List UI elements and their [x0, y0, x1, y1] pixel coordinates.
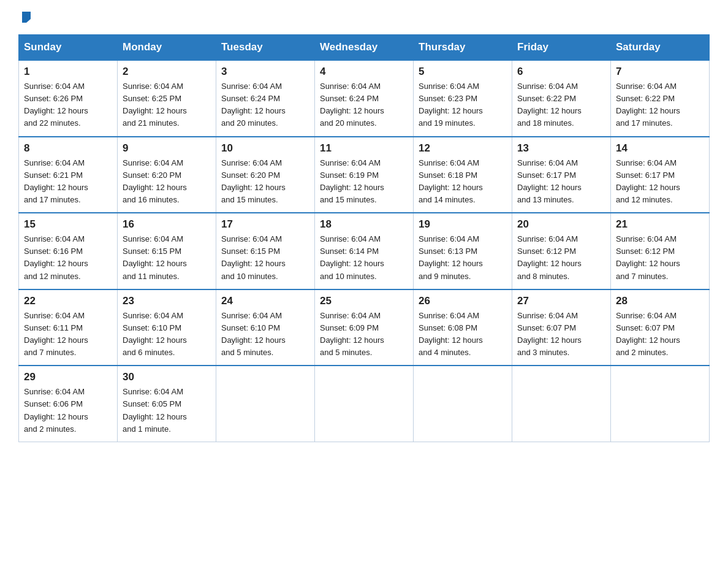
calendar-cell [315, 366, 414, 442]
day-number: 4 [320, 66, 408, 78]
day-number: 22 [24, 295, 112, 307]
day-number: 26 [419, 295, 507, 307]
calendar-cell: 23Sunrise: 6:04 AMSunset: 6:10 PMDayligh… [118, 289, 216, 366]
calendar-cell: 22Sunrise: 6:04 AMSunset: 6:11 PMDayligh… [19, 289, 118, 366]
calendar-cell: 19Sunrise: 6:04 AMSunset: 6:13 PMDayligh… [414, 213, 512, 289]
calendar-cell [216, 366, 315, 442]
calendar-cell: 5Sunrise: 6:04 AMSunset: 6:23 PMDaylight… [414, 60, 512, 137]
col-header-monday: Monday [118, 35, 216, 61]
calendar-cell: 11Sunrise: 6:04 AMSunset: 6:19 PMDayligh… [315, 137, 414, 213]
calendar-cell [611, 366, 710, 442]
logo [18, 12, 34, 23]
calendar-week-row: 1Sunrise: 6:04 AMSunset: 6:26 PMDaylight… [19, 60, 710, 137]
day-info: Sunrise: 6:04 AMSunset: 6:15 PMDaylight:… [123, 233, 211, 283]
calendar-cell: 18Sunrise: 6:04 AMSunset: 6:14 PMDayligh… [315, 213, 414, 289]
col-header-thursday: Thursday [414, 35, 512, 61]
day-number: 21 [616, 218, 704, 231]
day-info: Sunrise: 6:04 AMSunset: 6:26 PMDaylight:… [24, 80, 112, 130]
day-info: Sunrise: 6:04 AMSunset: 6:17 PMDaylight:… [517, 157, 605, 207]
day-info: Sunrise: 6:04 AMSunset: 6:13 PMDaylight:… [419, 233, 507, 283]
calendar-cell: 3Sunrise: 6:04 AMSunset: 6:24 PMDaylight… [216, 60, 315, 137]
day-number: 15 [24, 218, 112, 231]
day-info: Sunrise: 6:04 AMSunset: 6:22 PMDaylight:… [616, 80, 704, 130]
calendar-cell: 2Sunrise: 6:04 AMSunset: 6:25 PMDaylight… [118, 60, 216, 137]
col-header-tuesday: Tuesday [216, 35, 315, 61]
day-info: Sunrise: 6:04 AMSunset: 6:05 PMDaylight:… [123, 386, 211, 435]
calendar-cell: 29Sunrise: 6:04 AMSunset: 6:06 PMDayligh… [19, 366, 118, 442]
day-info: Sunrise: 6:04 AMSunset: 6:17 PMDaylight:… [616, 157, 704, 207]
day-info: Sunrise: 6:04 AMSunset: 6:09 PMDaylight:… [320, 310, 408, 359]
calendar-cell: 8Sunrise: 6:04 AMSunset: 6:21 PMDaylight… [19, 137, 118, 213]
day-info: Sunrise: 6:04 AMSunset: 6:19 PMDaylight:… [320, 157, 408, 207]
day-info: Sunrise: 6:04 AMSunset: 6:07 PMDaylight:… [616, 310, 704, 359]
day-number: 16 [123, 218, 211, 231]
col-header-friday: Friday [512, 35, 611, 61]
day-info: Sunrise: 6:04 AMSunset: 6:06 PMDaylight:… [24, 386, 112, 435]
day-number: 7 [616, 66, 704, 78]
day-number: 27 [517, 295, 605, 307]
day-info: Sunrise: 6:04 AMSunset: 6:08 PMDaylight:… [419, 310, 507, 359]
day-info: Sunrise: 6:04 AMSunset: 6:22 PMDaylight:… [517, 80, 605, 130]
calendar-cell: 15Sunrise: 6:04 AMSunset: 6:16 PMDayligh… [19, 213, 118, 289]
calendar-cell: 14Sunrise: 6:04 AMSunset: 6:17 PMDayligh… [611, 137, 710, 213]
calendar-cell: 25Sunrise: 6:04 AMSunset: 6:09 PMDayligh… [315, 289, 414, 366]
day-info: Sunrise: 6:04 AMSunset: 6:07 PMDaylight:… [517, 310, 605, 359]
day-number: 5 [419, 66, 507, 78]
calendar-cell: 13Sunrise: 6:04 AMSunset: 6:17 PMDayligh… [512, 137, 611, 213]
calendar-cell: 7Sunrise: 6:04 AMSunset: 6:22 PMDaylight… [611, 60, 710, 137]
day-info: Sunrise: 6:04 AMSunset: 6:16 PMDaylight:… [24, 233, 112, 283]
col-header-sunday: Sunday [19, 35, 118, 61]
calendar-cell: 27Sunrise: 6:04 AMSunset: 6:07 PMDayligh… [512, 289, 611, 366]
calendar-cell [414, 366, 512, 442]
day-number: 23 [123, 295, 211, 307]
day-number: 8 [24, 142, 112, 155]
day-number: 20 [517, 218, 605, 231]
day-info: Sunrise: 6:04 AMSunset: 6:12 PMDaylight:… [517, 233, 605, 283]
day-info: Sunrise: 6:04 AMSunset: 6:10 PMDaylight:… [123, 310, 211, 359]
day-number: 6 [517, 66, 605, 78]
day-number: 14 [616, 142, 704, 155]
day-number: 17 [221, 218, 309, 231]
day-number: 28 [616, 295, 704, 307]
svg-marker-0 [22, 12, 31, 23]
day-number: 2 [123, 66, 211, 78]
day-number: 10 [221, 142, 309, 155]
day-info: Sunrise: 6:04 AMSunset: 6:11 PMDaylight:… [24, 310, 112, 359]
day-number: 9 [123, 142, 211, 155]
day-number: 13 [517, 142, 605, 155]
calendar-cell: 1Sunrise: 6:04 AMSunset: 6:26 PMDaylight… [19, 60, 118, 137]
day-info: Sunrise: 6:04 AMSunset: 6:14 PMDaylight:… [320, 233, 408, 283]
calendar-cell: 26Sunrise: 6:04 AMSunset: 6:08 PMDayligh… [414, 289, 512, 366]
day-info: Sunrise: 6:04 AMSunset: 6:23 PMDaylight:… [419, 80, 507, 130]
day-info: Sunrise: 6:04 AMSunset: 6:25 PMDaylight:… [123, 80, 211, 130]
calendar-cell: 30Sunrise: 6:04 AMSunset: 6:05 PMDayligh… [118, 366, 216, 442]
day-number: 19 [419, 218, 507, 231]
calendar-cell: 21Sunrise: 6:04 AMSunset: 6:12 PMDayligh… [611, 213, 710, 289]
day-number: 1 [24, 66, 112, 78]
calendar-cell: 6Sunrise: 6:04 AMSunset: 6:22 PMDaylight… [512, 60, 611, 137]
logo-flag-icon [20, 10, 33, 24]
calendar-cell: 4Sunrise: 6:04 AMSunset: 6:24 PMDaylight… [315, 60, 414, 137]
calendar-table: SundayMondayTuesdayWednesdayThursdayFrid… [18, 34, 710, 442]
calendar-week-row: 22Sunrise: 6:04 AMSunset: 6:11 PMDayligh… [19, 289, 710, 366]
calendar-week-row: 29Sunrise: 6:04 AMSunset: 6:06 PMDayligh… [19, 366, 710, 442]
calendar-cell: 10Sunrise: 6:04 AMSunset: 6:20 PMDayligh… [216, 137, 315, 213]
calendar-cell: 9Sunrise: 6:04 AMSunset: 6:20 PMDaylight… [118, 137, 216, 213]
day-info: Sunrise: 6:04 AMSunset: 6:12 PMDaylight:… [616, 233, 704, 283]
calendar-cell: 24Sunrise: 6:04 AMSunset: 6:10 PMDayligh… [216, 289, 315, 366]
day-info: Sunrise: 6:04 AMSunset: 6:18 PMDaylight:… [419, 157, 507, 207]
day-number: 18 [320, 218, 408, 231]
calendar-week-row: 15Sunrise: 6:04 AMSunset: 6:16 PMDayligh… [19, 213, 710, 289]
calendar-header-row: SundayMondayTuesdayWednesdayThursdayFrid… [19, 35, 710, 61]
calendar-cell: 17Sunrise: 6:04 AMSunset: 6:15 PMDayligh… [216, 213, 315, 289]
day-info: Sunrise: 6:04 AMSunset: 6:24 PMDaylight:… [221, 80, 309, 130]
day-number: 3 [221, 66, 309, 78]
calendar-cell: 28Sunrise: 6:04 AMSunset: 6:07 PMDayligh… [611, 289, 710, 366]
day-number: 25 [320, 295, 408, 307]
day-number: 29 [24, 371, 112, 383]
calendar-cell: 12Sunrise: 6:04 AMSunset: 6:18 PMDayligh… [414, 137, 512, 213]
day-info: Sunrise: 6:04 AMSunset: 6:15 PMDaylight:… [221, 233, 309, 283]
day-info: Sunrise: 6:04 AMSunset: 6:21 PMDaylight:… [24, 157, 112, 207]
calendar-cell [512, 366, 611, 442]
day-info: Sunrise: 6:04 AMSunset: 6:10 PMDaylight:… [221, 310, 309, 359]
